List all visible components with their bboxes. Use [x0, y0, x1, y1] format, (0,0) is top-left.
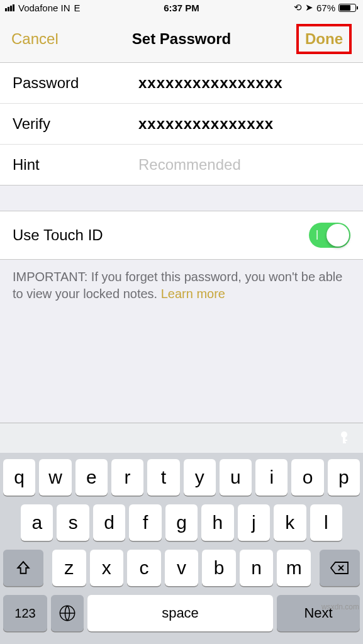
status-time: 6:37 PM — [164, 3, 199, 13]
key-m[interactable]: m — [277, 550, 311, 586]
page-title: Set Password — [132, 30, 231, 48]
key-p[interactable]: p — [328, 459, 360, 496]
key-x[interactable]: x — [90, 550, 124, 586]
verify-field[interactable]: xxxxxxxxxxxxxxx — [138, 115, 350, 133]
hint-label: Hint — [13, 156, 138, 174]
touch-id-toggle[interactable]: | — [309, 223, 350, 248]
key-z[interactable]: z — [52, 550, 86, 586]
password-form: Password xxxxxxxxxxxxxxxx Verify xxxxxxx… — [0, 63, 363, 186]
key-w[interactable]: w — [39, 459, 71, 496]
key-l[interactable]: l — [310, 504, 342, 541]
signal-icon — [5, 4, 14, 11]
watermark: wsxdn.com — [321, 602, 359, 611]
touch-id-label: Use Touch ID — [13, 226, 103, 244]
svg-rect-3 — [343, 442, 346, 443]
key-e[interactable]: e — [75, 459, 108, 496]
key-k[interactable]: k — [274, 504, 306, 541]
key-c[interactable]: c — [127, 550, 161, 586]
svg-rect-2 — [343, 440, 347, 441]
key-d[interactable]: d — [93, 504, 125, 541]
svg-point-0 — [341, 431, 347, 438]
battery-percentage: 67% — [316, 3, 335, 13]
cancel-button[interactable]: Cancel — [11, 30, 59, 48]
globe-key[interactable] — [51, 595, 84, 631]
key-s[interactable]: s — [57, 504, 89, 541]
key-h[interactable]: h — [201, 504, 233, 541]
nav-bar: Cancel Set Password Done — [0, 15, 363, 63]
keyboard: qwertyuiop asdfghjkl zxcvbnm 123 space N… — [0, 423, 363, 644]
done-button[interactable]: Done — [296, 24, 352, 54]
numbers-key[interactable]: 123 — [3, 595, 47, 631]
hint-field[interactable]: Recommended — [138, 156, 350, 174]
keyboard-row-3: zxcvbnm — [3, 550, 360, 586]
key-g[interactable]: g — [165, 504, 198, 541]
keyboard-row-4: 123 space Next — [3, 595, 360, 631]
password-key-icon[interactable] — [337, 430, 352, 447]
key-b[interactable]: b — [202, 550, 236, 586]
key-n[interactable]: n — [240, 550, 274, 586]
next-key[interactable]: Next — [277, 595, 360, 631]
password-label: Password — [13, 74, 138, 92]
keyboard-row-2: asdfghjkl — [3, 504, 360, 541]
backspace-key[interactable] — [320, 550, 360, 586]
space-key[interactable]: space — [87, 595, 273, 631]
lock-rotation-icon: ⟲ — [294, 2, 302, 13]
key-j[interactable]: j — [238, 504, 270, 541]
location-icon: ➤ — [305, 2, 313, 13]
keyboard-toolbar — [0, 423, 363, 453]
verify-label: Verify — [13, 115, 138, 133]
carrier-label: Vodafone IN — [18, 3, 70, 13]
key-o[interactable]: o — [291, 459, 323, 496]
keyboard-row-1: qwertyuiop — [3, 459, 360, 496]
key-i[interactable]: i — [255, 459, 288, 496]
password-field[interactable]: xxxxxxxxxxxxxxxx — [138, 74, 350, 92]
shift-key[interactable] — [3, 550, 43, 586]
key-q[interactable]: q — [3, 459, 35, 496]
key-u[interactable]: u — [220, 459, 252, 496]
important-notice: IMPORTANT: If you forget this password, … — [0, 260, 363, 311]
key-r[interactable]: r — [111, 459, 143, 496]
status-bar: Vodafone IN E 6:37 PM ⟲ ➤ 67% — [0, 0, 363, 15]
key-y[interactable]: y — [184, 459, 216, 496]
battery-icon — [338, 4, 358, 12]
key-v[interactable]: v — [165, 550, 199, 586]
touch-id-row: Use Touch ID | — [0, 211, 363, 260]
network-label: E — [74, 3, 81, 13]
key-f[interactable]: f — [129, 504, 161, 541]
key-a[interactable]: a — [21, 504, 53, 541]
learn-more-link[interactable]: Learn more — [161, 287, 225, 301]
key-t[interactable]: t — [147, 459, 179, 496]
